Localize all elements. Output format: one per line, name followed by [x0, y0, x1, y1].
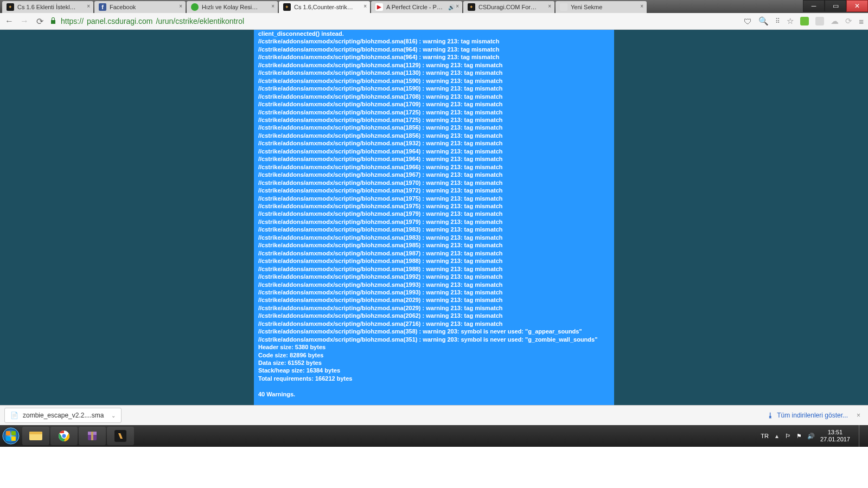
browser-tab[interactable]: ✦CSDuragi.COM Forum - Y×: [463, 1, 554, 13]
show-all-downloads-link[interactable]: ⭳ Tüm indirilenleri göster... ×: [767, 412, 860, 419]
tab-favicon: [191, 3, 199, 11]
tab-favicon: [560, 3, 567, 11]
taskbar-chrome-icon[interactable]: [50, 427, 78, 445]
address-bar[interactable]: https://panel.csduragi.com/urun/cstrike/…: [50, 17, 738, 26]
close-shelf-button[interactable]: ×: [857, 412, 860, 419]
browser-toolbar: ← → ⟳ https://panel.csduragi.com/urun/cs…: [0, 13, 868, 30]
window-close-button[interactable]: ✕: [846, 0, 868, 12]
log-summary-line: 40 Warnings.: [258, 390, 610, 398]
back-button[interactable]: ←: [4, 16, 14, 26]
log-deprecation-line: client_disconnected() instead.: [258, 30, 610, 37]
browser-tab[interactable]: ▶A Perfect Circle - Passi🔊×: [371, 1, 462, 13]
log-warning-line: //cstrike/addons/amxmodx/scripting/biohz…: [258, 155, 610, 163]
star-icon[interactable]: ☆: [787, 16, 794, 26]
tray-language[interactable]: TR: [761, 433, 769, 439]
taskbar-explorer-icon[interactable]: [22, 427, 49, 445]
toolbar-right-icons: 🛡 🔍 ⠿ ☆ ☁ ⟳ ≡: [744, 16, 864, 26]
log-warning-line: //cstrike/addons/amxmodx/scripting/biohz…: [258, 249, 610, 257]
tab-close-button[interactable]: ×: [179, 3, 182, 9]
svg-rect-6: [29, 432, 42, 434]
search-icon[interactable]: 🔍: [758, 16, 769, 26]
browser-tab[interactable]: ✦Cs 1.6 Eklenti İstekleri - CS×: [2, 1, 93, 13]
page-viewport: client_disconnected() instead.//cstrike/…: [0, 30, 868, 405]
tray-time: 13:51: [820, 429, 850, 436]
compiler-output-panel: client_disconnected() instead.//cstrike/…: [254, 30, 614, 405]
window-maximize-button[interactable]: ▭: [825, 0, 846, 12]
log-warning-line: //cstrike/addons/amxmodx/scripting/biohz…: [258, 147, 610, 155]
log-warning-line: //cstrike/addons/amxmodx/scripting/biohz…: [258, 257, 610, 265]
svg-rect-4: [11, 436, 16, 441]
show-all-downloads-label: Tüm indirilenleri göster...: [777, 412, 848, 419]
log-warning-line: //cstrike/addons/amxmodx/scripting/biohz…: [258, 53, 610, 61]
log-size-line: Stack/heap size: 16384 bytes: [258, 367, 610, 374]
show-desktop-button[interactable]: [859, 425, 865, 447]
tab-favicon: ✦: [283, 3, 291, 11]
log-warning-line: //cstrike/addons/amxmodx/scripting/biohz…: [258, 226, 610, 233]
tab-close-button[interactable]: ×: [640, 3, 643, 9]
tab-title: A Perfect Circle - Passi: [386, 4, 446, 10]
browser-tab[interactable]: Hızlı ve Kolay Resim Payla×: [187, 1, 278, 13]
tray-date: 27.01.2017: [820, 436, 850, 443]
url-scheme: https://: [61, 17, 84, 25]
log-warning-line: //cstrike/addons/amxmodx/scripting/biohz…: [258, 37, 610, 45]
log-warning-line: //cstrike/addons/amxmodx/scripting/biohz…: [258, 241, 610, 249]
system-tray: TR ▲ 🏳 ⚑ 🔊 13:51 27.01.2017: [761, 425, 865, 447]
extension-generic-icon[interactable]: [815, 17, 824, 25]
log-size-line: Data size: 61552 bytes: [258, 359, 610, 367]
log-warning-line: //cstrike/addons/amxmodx/scripting/biohz…: [258, 100, 610, 108]
window-minimize-button[interactable]: ─: [803, 0, 825, 12]
log-warning-line: //cstrike/addons/amxmodx/scripting/biohz…: [258, 187, 610, 194]
browser-tab[interactable]: ✦Cs 1.6,Counter-strike 1.6,C×: [279, 1, 370, 13]
translate-icon[interactable]: ⠿: [775, 17, 780, 25]
tray-action-center-icon[interactable]: ⚑: [796, 433, 802, 440]
tab-close-button[interactable]: ×: [363, 3, 367, 9]
log-warning-line: //cstrike/addons/amxmodx/scripting/biohz…: [258, 61, 610, 69]
log-warning-line: //cstrike/addons/amxmodx/scripting/biohz…: [258, 93, 610, 100]
tab-title: Hızlı ve Kolay Resim Payla: [202, 4, 261, 10]
log-warning-line: //cstrike/addons/amxmodx/scripting/biohz…: [258, 312, 610, 319]
tray-flag-icon[interactable]: 🏳: [785, 433, 791, 439]
log-size-line: Total requirements: 166212 bytes: [258, 375, 610, 382]
tray-show-hidden-icon[interactable]: ▲: [774, 433, 780, 439]
tab-close-button[interactable]: ×: [548, 3, 551, 9]
start-button[interactable]: [0, 425, 22, 447]
shield-icon[interactable]: 🛡: [744, 17, 752, 26]
tray-volume-icon[interactable]: 🔊: [807, 433, 815, 440]
extension-cloud-icon[interactable]: ☁: [831, 16, 839, 26]
log-warning-line: //cstrike/addons/amxmodx/scripting/biohz…: [258, 273, 610, 280]
file-icon: 📄: [10, 412, 18, 419]
log-warning-line: //cstrike/addons/amxmodx/scripting/biohz…: [258, 320, 610, 328]
log-warning-line: //cstrike/addons/amxmodx/scripting/biohz…: [258, 108, 610, 116]
taskbar-cs-icon[interactable]: [107, 427, 134, 445]
tab-title: Cs 1.6 Eklenti İstekleri - CS: [17, 4, 77, 10]
log-size-line: Header size: 5380 bytes: [258, 343, 610, 351]
download-item[interactable]: 📄 zombie_escape_v2.2....sma ⌄: [4, 408, 122, 423]
menu-button[interactable]: ≡: [859, 17, 864, 26]
browser-tab[interactable]: fFacebook×: [94, 1, 186, 13]
log-warning-line: //cstrike/addons/amxmodx/scripting/biohz…: [258, 163, 610, 171]
log-warning-line: //cstrike/addons/amxmodx/scripting/biohz…: [258, 85, 610, 92]
log-unused-line: //cstrike/addons/amxmodx/scripting/biohz…: [258, 328, 610, 335]
extension-idm-icon[interactable]: [800, 17, 809, 25]
tab-close-button[interactable]: ×: [87, 3, 90, 9]
tab-close-button[interactable]: ×: [456, 3, 459, 9]
reload-button[interactable]: ⟳: [35, 16, 44, 27]
log-warning-line: //cstrike/addons/amxmodx/scripting/biohz…: [258, 234, 610, 241]
downloads-shelf: 📄 zombie_escape_v2.2....sma ⌄ ⭳ Tüm indi…: [0, 405, 868, 425]
download-arrow-icon: ⭳: [767, 412, 774, 419]
tab-close-button[interactable]: ×: [271, 3, 275, 9]
svg-rect-2: [11, 431, 16, 435]
extension-refresh-icon[interactable]: ⟳: [845, 16, 852, 26]
download-filename: zombie_escape_v2.2....sma: [23, 412, 104, 419]
forward-button[interactable]: →: [20, 16, 29, 26]
browser-tab[interactable]: Yeni Sekme×: [556, 1, 647, 13]
log-warning-line: //cstrike/addons/amxmodx/scripting/biohz…: [258, 77, 610, 85]
taskbar-winrar-icon[interactable]: [79, 427, 106, 445]
log-warning-line: //cstrike/addons/amxmodx/scripting/biohz…: [258, 288, 610, 296]
log-warning-line: //cstrike/addons/amxmodx/scripting/biohz…: [258, 218, 610, 226]
tray-clock[interactable]: 13:51 27.01.2017: [820, 429, 850, 443]
log-size-line: Code size: 82896 bytes: [258, 351, 610, 359]
log-warning-line: //cstrike/addons/amxmodx/scripting/biohz…: [258, 171, 610, 178]
log-warning-line: //cstrike/addons/amxmodx/scripting/biohz…: [258, 281, 610, 288]
log-warning-line: //cstrike/addons/amxmodx/scripting/biohz…: [258, 69, 610, 76]
